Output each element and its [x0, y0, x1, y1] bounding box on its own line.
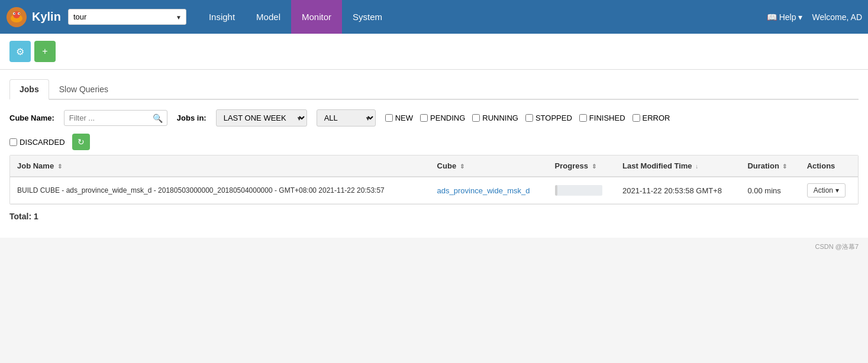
- cb-error[interactable]: [633, 114, 640, 122]
- col-last-modified[interactable]: Last Modified Time ↓: [615, 155, 740, 177]
- checkbox-stopped[interactable]: STOPPED: [525, 114, 572, 122]
- nav-model[interactable]: Model: [246, 0, 291, 34]
- col-duration[interactable]: Duration ⇕: [740, 155, 799, 177]
- kylin-logo-icon: [6, 7, 27, 28]
- main-content: Jobs Slow Queries Cube Name: 🔍 Jobs in: …: [0, 70, 868, 238]
- job-name-cell: BUILD CUBE - ads_province_wide_msk_d - 2…: [10, 177, 430, 204]
- header: Kylin tour Insight Model Monitor System …: [0, 0, 868, 34]
- main-nav: Insight Model Monitor System: [198, 0, 767, 34]
- tab-jobs[interactable]: Jobs: [9, 79, 49, 100]
- cb-pending[interactable]: [420, 114, 428, 122]
- action-chevron-icon: ▾: [835, 186, 839, 195]
- tab-bar: Jobs Slow Queries: [9, 70, 859, 100]
- logo[interactable]: Kylin: [6, 7, 61, 28]
- add-button[interactable]: +: [34, 41, 56, 62]
- checkbox-finished[interactable]: FINISHED: [579, 114, 625, 122]
- sort-icon-last-modified: ↓: [695, 163, 698, 170]
- nav-monitor[interactable]: Monitor: [291, 0, 342, 34]
- progress-fill: [555, 185, 557, 196]
- search-icon: 🔍: [153, 114, 163, 123]
- cb-finished[interactable]: [579, 114, 587, 122]
- settings-button[interactable]: ⚙: [9, 41, 31, 62]
- checkbox-discarded[interactable]: DISCARDED: [9, 138, 65, 147]
- checkbox-pending[interactable]: PENDING: [420, 114, 465, 122]
- refresh-button[interactable]: ↻: [72, 134, 90, 150]
- status-select-wrap: ALL NEW PENDING RUNNING STOPPED FINISHED…: [317, 109, 376, 127]
- cube-name-input[interactable]: [64, 110, 167, 126]
- actions-cell: Action ▾: [800, 177, 858, 204]
- project-selector[interactable]: tour: [68, 9, 186, 25]
- cb-new[interactable]: [385, 114, 393, 122]
- svg-point-6: [19, 13, 20, 14]
- header-right: 📖 Help ▾ Welcome, AD: [767, 12, 862, 22]
- filters-row: Cube Name: 🔍 Jobs in: LAST ONE WEEK LAST…: [9, 100, 859, 134]
- sort-icon-duration: ⇕: [782, 163, 787, 170]
- svg-point-5: [14, 13, 15, 14]
- col-cube[interactable]: Cube ⇕: [430, 155, 548, 177]
- cube-name-cell[interactable]: ads_province_wide_msk_d: [430, 177, 548, 204]
- status-checkboxes: NEW PENDING RUNNING STOPPED FINISHED ERR…: [385, 114, 670, 122]
- total-count: Total: 1: [9, 205, 859, 228]
- cb-running[interactable]: [472, 114, 480, 122]
- progress-cell: [548, 177, 615, 204]
- duration-cell: 0.00 mins: [740, 177, 799, 204]
- tab-slow-queries[interactable]: Slow Queries: [49, 79, 118, 100]
- nav-insight[interactable]: Insight: [198, 0, 246, 34]
- project-select[interactable]: tour: [68, 9, 186, 25]
- sort-icon-job-name: ⇕: [57, 163, 62, 170]
- checkbox-error[interactable]: ERROR: [633, 114, 670, 122]
- col-progress[interactable]: Progress ⇕: [548, 155, 615, 177]
- table-row: BUILD CUBE - ads_province_wide_msk_d - 2…: [10, 177, 858, 204]
- progress-bar: [555, 185, 602, 196]
- cube-name-filter-wrap: 🔍: [64, 110, 167, 126]
- checkbox-new[interactable]: NEW: [385, 114, 413, 122]
- help-button[interactable]: 📖 Help ▾: [767, 12, 803, 22]
- toolbar: ⚙ +: [0, 34, 868, 70]
- status-select[interactable]: ALL NEW PENDING RUNNING STOPPED FINISHED…: [317, 109, 376, 127]
- last-modified-cell: 2021-11-22 20:53:58 GMT+8: [615, 177, 740, 204]
- time-range-select[interactable]: LAST ONE WEEK LAST ONE DAY LAST ONE MONT…: [216, 109, 307, 127]
- time-range-select-wrap: LAST ONE WEEK LAST ONE DAY LAST ONE MONT…: [216, 109, 307, 127]
- cb-discarded[interactable]: [9, 138, 17, 146]
- action-button[interactable]: Action ▾: [807, 183, 846, 197]
- book-icon: 📖: [767, 12, 777, 22]
- cube-name-label: Cube Name:: [9, 114, 54, 122]
- action-label: Action: [814, 186, 833, 195]
- filter-row-2: DISCARDED ↻: [9, 134, 859, 155]
- sort-icon-progress: ⇕: [592, 163, 596, 170]
- jobs-table: Job Name ⇕ Cube ⇕ Progress ⇕ Last Modifi…: [10, 155, 858, 204]
- welcome-text: Welcome, AD: [812, 12, 862, 22]
- nav-system[interactable]: System: [342, 0, 393, 34]
- jobs-table-wrap: Job Name ⇕ Cube ⇕ Progress ⇕ Last Modifi…: [9, 155, 859, 205]
- table-header-row: Job Name ⇕ Cube ⇕ Progress ⇕ Last Modifi…: [10, 155, 858, 177]
- logo-text: Kylin: [32, 10, 61, 24]
- col-actions: Actions: [800, 155, 858, 177]
- col-job-name[interactable]: Job Name ⇕: [10, 155, 430, 177]
- jobs-in-label: Jobs in:: [177, 114, 206, 122]
- checkbox-running[interactable]: RUNNING: [472, 114, 518, 122]
- help-chevron-icon: ▾: [798, 12, 802, 22]
- sort-icon-cube: ⇕: [460, 163, 464, 170]
- svg-point-2: [13, 11, 20, 18]
- cb-stopped[interactable]: [525, 114, 533, 122]
- footer-watermark: CSDN @洛幕7: [0, 238, 868, 256]
